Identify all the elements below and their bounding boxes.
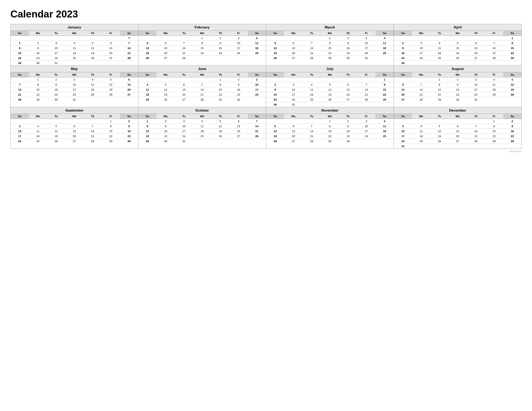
day-header-sa: Sa [376, 72, 394, 77]
day-cell [394, 77, 412, 82]
day-header-tu: Tu [303, 72, 321, 77]
month-table: SuMoTuWeThFrSa12345678910111213141516171… [394, 72, 521, 102]
day-cell: 2 [503, 119, 521, 124]
day-header-su: Su [394, 114, 412, 119]
day-cell: 28 [357, 97, 376, 102]
day-cell: 14 [303, 129, 321, 134]
day-cell: 9 [156, 124, 175, 129]
day-cell [266, 119, 285, 124]
day-cell: 28 [193, 97, 211, 102]
day-cell: 12 [266, 46, 285, 51]
day-cell: 9 [120, 124, 138, 129]
day-cell: 5 [430, 124, 449, 129]
day-cell: 23 [120, 134, 138, 139]
day-cell [503, 61, 521, 66]
day-cell: 16 [394, 51, 412, 56]
day-cell: 1 [321, 119, 339, 124]
day-cell: 1 [29, 77, 47, 82]
day-cell: 10 [412, 46, 430, 51]
day-cell [357, 77, 376, 82]
day-cell: 12 [266, 129, 285, 134]
day-cell: 2 [211, 36, 229, 41]
day-cell: 22 [485, 134, 503, 139]
day-header-mo: Mo [284, 72, 303, 77]
month-title: May [11, 66, 138, 72]
day-cell: 22 [193, 51, 211, 56]
day-header-we: We [321, 72, 339, 77]
day-cell: 10 [394, 129, 412, 134]
day-header-fr: Fr [102, 72, 120, 77]
day-header-fr: Fr [357, 31, 376, 36]
day-cell [156, 36, 175, 41]
day-cell: 20 [102, 51, 120, 56]
day-cell: 4 [376, 119, 394, 124]
day-header-we: We [448, 114, 467, 119]
day-cell: 19 [102, 87, 120, 92]
day-cell [138, 77, 157, 82]
day-cell: 2 [29, 41, 47, 46]
day-cell: 16 [156, 129, 175, 134]
day-cell: 31 [175, 139, 193, 144]
day-cell [65, 36, 84, 41]
day-cell [266, 77, 285, 82]
day-cell: 14 [175, 46, 193, 51]
day-cell: 20 [229, 129, 248, 134]
day-cell: 21 [11, 92, 29, 97]
day-cell: 11 [248, 41, 266, 46]
day-cell: 9 [448, 82, 467, 87]
day-cell: 29 [503, 56, 521, 61]
day-header-fr: Fr [485, 31, 503, 36]
day-cell: 30 [266, 102, 285, 107]
day-cell: 26 [430, 139, 449, 144]
day-cell [485, 61, 503, 66]
day-cell: 26 [47, 139, 65, 144]
day-cell: 7 [11, 82, 29, 87]
day-cell: 3 [65, 77, 84, 82]
day-cell: 4 [193, 119, 211, 124]
day-cell [102, 61, 120, 66]
day-cell [503, 144, 521, 149]
day-cell: 18 [485, 87, 503, 92]
day-cell: 21 [412, 92, 430, 97]
day-header-tu: Tu [430, 31, 449, 36]
day-header-mo: Mo [412, 31, 430, 36]
day-cell: 25 [29, 139, 47, 144]
day-cell: 6 [156, 41, 175, 46]
day-cell: 24 [47, 56, 65, 61]
day-cell: 24 [394, 139, 412, 144]
day-cell: 14 [84, 129, 102, 134]
day-cell: 2 [47, 77, 65, 82]
day-cell: 30 [394, 61, 412, 66]
day-cell: 10 [284, 87, 303, 92]
day-cell: 3 [47, 41, 65, 46]
day-cell [65, 119, 84, 124]
day-cell [84, 61, 102, 66]
day-cell: 18 [412, 134, 430, 139]
day-cell: 30 [339, 56, 357, 61]
day-cell: 21 [193, 92, 211, 97]
day-cell: 9 [394, 46, 412, 51]
day-header-tu: Tu [303, 114, 321, 119]
day-header-mo: Mo [156, 72, 175, 77]
day-cell: 20 [175, 92, 193, 97]
day-cell: 31 [394, 144, 412, 149]
day-cell: 23 [448, 92, 467, 97]
day-cell: 6 [394, 82, 412, 87]
day-cell: 12 [102, 82, 120, 87]
day-header-fr: Fr [485, 72, 503, 77]
day-cell [193, 77, 211, 82]
day-cell: 24 [412, 56, 430, 61]
day-cell: 25 [412, 139, 430, 144]
day-cell: 5 [84, 41, 102, 46]
day-header-fr: Fr [485, 114, 503, 119]
day-cell: 22 [102, 134, 120, 139]
day-cell: 28 [11, 97, 29, 102]
day-header-mo: Mo [284, 114, 303, 119]
day-cell: 29 [376, 97, 394, 102]
day-cell [430, 61, 449, 66]
day-cell: 29 [485, 139, 503, 144]
day-cell: 15 [321, 129, 339, 134]
day-cell: 9 [266, 87, 285, 92]
month-table: SuMoTuWeThFrSa12345678910111213141516171… [266, 114, 394, 143]
day-cell: 26 [138, 56, 157, 61]
